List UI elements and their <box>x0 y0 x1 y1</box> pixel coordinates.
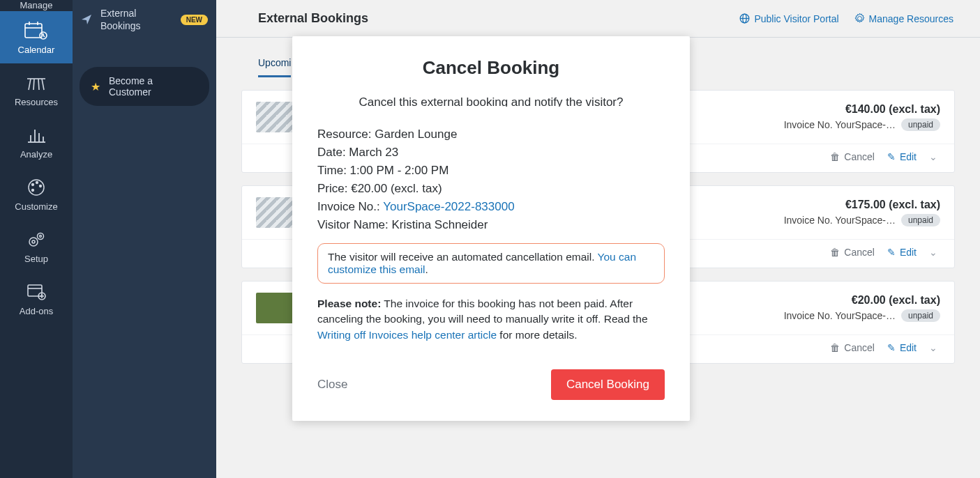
help-article-link[interactable]: Writing off Invoices help center article <box>317 329 497 341</box>
modal-note: Please note: The invoice for this bookin… <box>317 296 665 343</box>
modal-time: 1:00 PM - 2:00 PM <box>350 164 449 177</box>
modal-price: €20.00 (excl. tax) <box>351 182 442 195</box>
modal-visitor: Kristina Schneider <box>391 218 488 231</box>
modal-callout: The visitor will receive an automated ca… <box>317 243 665 284</box>
modal-date: March 23 <box>349 146 398 159</box>
modal-info: Resource: Garden Lounge Date: March 23 T… <box>317 128 665 232</box>
modal-subtitle: Cancel this external booking and notify … <box>317 95 665 109</box>
modal-resource: Garden Lounge <box>375 128 457 141</box>
modal-actions: Close Cancel Booking <box>317 369 665 400</box>
modal-invoice-link[interactable]: YourSpace-2022-833000 <box>383 200 514 213</box>
cancel-booking-modal: Cancel Booking Cancel this external book… <box>292 36 690 421</box>
cancel-booking-button[interactable]: Cancel Booking <box>551 369 665 400</box>
close-button[interactable]: Close <box>317 378 347 392</box>
modal-title: Cancel Booking <box>317 57 665 79</box>
